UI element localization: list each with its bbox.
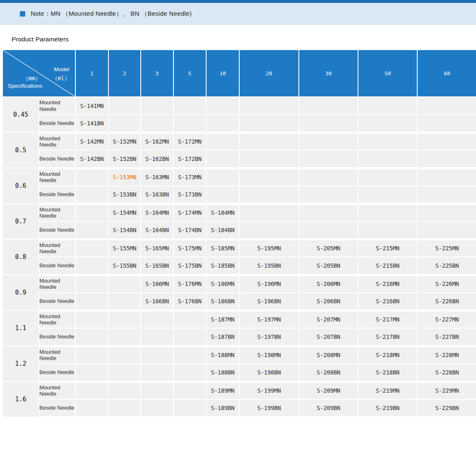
model-cell: S-162MN: [141, 132, 173, 150]
beside-needle-label: Beside Needle: [39, 399, 75, 417]
empty-cell: [108, 328, 141, 346]
table-row-0.9-mn: 0.9Mounted NeedleS-166MNS-176MNS-186MNS-…: [2, 275, 476, 293]
spec-cell: 0.45: [2, 97, 39, 132]
model-cell: S-154MN: [108, 204, 141, 221]
empty-cell: [75, 364, 108, 381]
model-cell: S-152MN: [108, 132, 141, 150]
empty-cell: [417, 97, 476, 115]
model-cell: S-195BN: [239, 257, 299, 275]
model-cell: S-153BN: [108, 186, 141, 204]
empty-cell: [358, 115, 417, 132]
beside-needle-label: Beside Needle: [39, 150, 75, 168]
empty-cell: [299, 221, 358, 239]
empty-cell: [108, 364, 141, 381]
mounted-needle-label: Mounted Needle: [39, 239, 75, 257]
empty-cell: [108, 275, 141, 293]
model-cell: S-164BN: [141, 221, 173, 239]
model-cell: S-152BN: [108, 150, 141, 168]
model-cell: S-198MN: [239, 346, 299, 364]
empty-cell: [141, 115, 173, 132]
empty-cell: [173, 399, 206, 417]
empty-cell: [299, 132, 358, 150]
model-cell: S-172BN: [173, 150, 206, 168]
corner-header-cell: Model （ml） （mm） Specifications: [2, 50, 75, 97]
model-cell: S-197MN: [239, 310, 299, 328]
empty-cell: [75, 381, 108, 399]
empty-cell: [141, 364, 173, 381]
beside-needle-label: Beside Needle: [39, 115, 75, 132]
table-row-1.6-mn: 1.6Mounted NeedleS-189MNS-199MNS-209MNS-…: [2, 381, 476, 399]
spec-cell: 0.7: [2, 204, 39, 239]
model-cell: S-218BN: [358, 364, 417, 381]
model-cell: S-186MN: [206, 275, 239, 293]
empty-cell: [173, 381, 206, 399]
model-cell: S-205MN: [299, 239, 358, 257]
model-cell: S-175BN: [173, 257, 206, 275]
table-row-0.5-mn: 0.5Mounted NeedleS-142MNS-152MNS-162MNS-…: [2, 132, 476, 150]
beside-needle-label: Beside Needle: [39, 257, 75, 275]
column-header-2: 2: [108, 50, 141, 97]
empty-cell: [417, 150, 476, 168]
empty-cell: [299, 186, 358, 204]
model-cell: S-166MN: [141, 275, 173, 293]
model-cell: S-163BN: [141, 186, 173, 204]
model-cell: S-184BN: [206, 221, 239, 239]
empty-cell: [108, 115, 141, 132]
model-cell: S-199MN: [239, 381, 299, 399]
empty-cell: [141, 328, 173, 346]
empty-cell: [206, 186, 239, 204]
empty-cell: [299, 97, 358, 115]
mounted-needle-label: Mounted Needle: [39, 310, 75, 328]
model-cell: S-176MN: [173, 275, 206, 293]
model-cell: S-196MN: [239, 275, 299, 293]
spec-cell: 0.9: [2, 275, 39, 310]
model-cell: S-208MN: [299, 346, 358, 364]
empty-cell: [141, 381, 173, 399]
empty-cell: [239, 115, 299, 132]
table-row-0.5-bn: Beside NeedleS-142BNS-152BNS-162BNS-172B…: [2, 150, 476, 168]
model-cell: S-229MN: [417, 381, 476, 399]
model-cell: S-207MN: [299, 310, 358, 328]
model-cell: S-188MN: [206, 346, 239, 364]
model-cell: S-225MN: [417, 239, 476, 257]
model-cell: S-185MN: [206, 239, 239, 257]
empty-cell: [75, 310, 108, 328]
model-cell: S-197BN: [239, 328, 299, 346]
empty-cell: [417, 221, 476, 239]
table-row-1.2-bn: Beside NeedleS-188BNS-198BNS-208BNS-218B…: [2, 364, 476, 381]
empty-cell: [358, 221, 417, 239]
model-cell: S-174BN: [173, 221, 206, 239]
table-row-1.1-bn: Beside NeedleS-187BNS-197BNS-207BNS-217B…: [2, 328, 476, 346]
model-cell: S-155MN: [108, 239, 141, 257]
model-cell: S-185BN: [206, 257, 239, 275]
empty-cell: [173, 364, 206, 381]
model-cell: S-186BN: [206, 293, 239, 310]
empty-cell: [417, 132, 476, 150]
beside-needle-label: Beside Needle: [39, 186, 75, 204]
empty-cell: [75, 168, 108, 186]
model-cell: S-174MN: [173, 204, 206, 221]
model-cell: S-227BN: [417, 328, 476, 346]
spec-cell: 0.5: [2, 132, 39, 168]
column-header-3: 3: [141, 50, 173, 97]
model-cell: S-219MN: [358, 381, 417, 399]
table-row-1.1-mn: 1.1Mounted NeedleS-187MNS-197MNS-207MNS-…: [2, 310, 476, 328]
model-cell: S-219BN: [358, 399, 417, 417]
table-row-0.7-mn: 0.7Mounted NeedleS-154MNS-164MNS-174MNS-…: [2, 204, 476, 221]
model-cell: S-215BN: [358, 257, 417, 275]
beside-needle-label: Beside Needle: [39, 328, 75, 346]
empty-cell: [417, 115, 476, 132]
empty-cell: [239, 204, 299, 221]
header-row: Model （ml） （mm） Specifications 123510203…: [2, 50, 476, 97]
model-cell: S-142MN: [75, 132, 108, 150]
empty-cell: [358, 132, 417, 150]
empty-cell: [108, 399, 141, 417]
table-row-0.45-bn: Beside NeedleS-141BN: [2, 115, 476, 132]
model-cell: S-187BN: [206, 328, 239, 346]
model-cell: S-216MN: [358, 275, 417, 293]
model-cell: S-175MN: [173, 239, 206, 257]
empty-cell: [239, 186, 299, 204]
model-cell: S-173MN: [173, 168, 206, 186]
mounted-needle-label: Mounted Needle: [39, 132, 75, 150]
mounted-needle-label: Mounted Needle: [39, 204, 75, 221]
